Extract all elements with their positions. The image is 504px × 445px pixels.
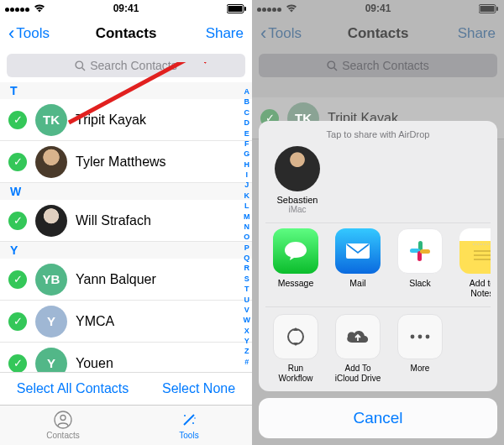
avatar: TK xyxy=(35,104,67,136)
index-letter[interactable]: H xyxy=(244,160,251,170)
contact-row[interactable]: ✓ Y Youen xyxy=(0,343,252,372)
check-icon[interactable]: ✓ xyxy=(8,111,27,129)
svg-point-10 xyxy=(194,417,196,419)
index-letter[interactable]: A xyxy=(244,87,251,97)
airdrop-hint: Tap to share with AirDrop xyxy=(265,129,491,139)
status-bar: 09:41 xyxy=(0,0,252,17)
contact-name: Tripit Kayak xyxy=(76,113,146,128)
index-letter[interactable]: N xyxy=(244,222,251,232)
index-letter[interactable]: Z xyxy=(244,347,251,356)
index-letter[interactable]: Q xyxy=(244,254,251,263)
index-letter[interactable]: K xyxy=(244,191,251,201)
contact-row[interactable]: ✓ Y YMCA xyxy=(0,301,252,343)
select-all-button[interactable]: Select All Contacts xyxy=(17,381,129,396)
contact-row[interactable]: ✓ TK Tripit Kayak xyxy=(0,99,252,141)
share-app-mail[interactable]: Mail xyxy=(333,228,383,298)
message-icon xyxy=(273,228,318,274)
index-letter[interactable]: X xyxy=(244,327,251,336)
nav-bar: ‹ Tools Contacts Share xyxy=(252,17,504,50)
check-icon[interactable]: ✓ xyxy=(8,270,27,289)
index-letter[interactable]: P xyxy=(244,243,251,253)
selection-toolbar: Select All Contacts Select None xyxy=(0,372,252,405)
wand-icon xyxy=(180,411,198,429)
share-app-slack[interactable]: Slack xyxy=(395,228,445,298)
contact-name: Will Strafach xyxy=(76,213,151,228)
page-title: Contacts xyxy=(0,25,252,42)
airdrop-target[interactable]: Sebastien iMac xyxy=(272,146,323,214)
svg-point-28 xyxy=(426,335,430,339)
cancel-button[interactable]: Cancel xyxy=(259,398,497,438)
index-letter[interactable]: C xyxy=(244,108,251,118)
action-more[interactable]: More xyxy=(395,314,445,383)
avatar: Y xyxy=(35,348,67,373)
index-letter[interactable]: B xyxy=(244,97,251,107)
index-letter[interactable]: G xyxy=(244,149,251,159)
index-letter[interactable]: D xyxy=(244,118,251,128)
share-actions-row[interactable]: Run Workflow Add To iCloud Drive More xyxy=(265,306,491,388)
svg-rect-21 xyxy=(420,249,430,254)
svg-point-6 xyxy=(60,416,66,421)
contacts-list[interactable]: T ✓ TK Tripit Kayak ✓ Tyler Matthews W ✓… xyxy=(0,82,252,372)
index-letter[interactable]: L xyxy=(244,202,251,211)
cloud-upload-icon xyxy=(335,314,381,359)
action-label: Run Workflow xyxy=(270,364,321,383)
app-label: Mail xyxy=(333,278,383,288)
check-icon[interactable]: ✓ xyxy=(8,354,27,373)
contacts-screen: 09:41 ‹ Tools Contacts Share Search Cont… xyxy=(0,0,252,445)
search-icon xyxy=(327,60,338,71)
check-icon[interactable]: ✓ xyxy=(8,153,27,171)
index-letter[interactable]: Y xyxy=(244,337,251,346)
tab-contacts[interactable]: Contacts xyxy=(0,406,126,445)
check-icon[interactable]: ✓ xyxy=(8,212,27,230)
index-letter[interactable]: E xyxy=(244,129,251,139)
action-run-workflow[interactable]: Run Workflow xyxy=(270,314,321,383)
index-letter[interactable]: J xyxy=(244,181,251,190)
svg-line-16 xyxy=(334,67,338,71)
status-time: 09:41 xyxy=(0,3,252,14)
index-letter[interactable]: V xyxy=(244,306,251,315)
svg-point-3 xyxy=(76,61,82,68)
svg-point-8 xyxy=(184,415,186,416)
select-none-button[interactable]: Select None xyxy=(162,381,235,396)
index-letter[interactable]: T xyxy=(244,285,251,294)
airdrop-row: Sebastien iMac xyxy=(265,146,491,222)
index-letter[interactable]: S xyxy=(244,275,251,284)
index-letter[interactable]: W xyxy=(244,316,251,325)
index-letter[interactable]: # xyxy=(244,358,251,367)
index-letter[interactable]: I xyxy=(244,170,251,180)
app-label: Add to Notes xyxy=(457,278,491,298)
index-letter[interactable]: M xyxy=(244,212,251,222)
svg-point-27 xyxy=(418,335,423,339)
svg-point-26 xyxy=(411,335,415,339)
share-app-notes[interactable]: Add to Notes xyxy=(457,228,491,298)
share-apps-row[interactable]: Message Mail xyxy=(265,222,491,306)
index-letter[interactable]: F xyxy=(244,139,251,149)
app-label: Message xyxy=(270,278,321,288)
search-input[interactable]: Search Contacts xyxy=(7,54,245,77)
tab-tools[interactable]: Tools xyxy=(126,406,252,445)
check-icon[interactable]: ✓ xyxy=(8,312,27,331)
action-label: More xyxy=(395,364,445,374)
action-icloud-drive[interactable]: Add To iCloud Drive xyxy=(333,314,383,383)
share-app-message[interactable]: Message xyxy=(270,228,321,298)
contact-row[interactable]: ✓ Tyler Matthews xyxy=(0,141,252,183)
share-sheet: Tap to share with AirDrop Sebastien iMac… xyxy=(259,121,497,438)
share-sheet-screen: 09:41 ‹ Tools Contacts Share Search Cont… xyxy=(252,0,504,445)
contact-row[interactable]: ✓ Will Strafach xyxy=(0,200,252,242)
index-bar[interactable]: ABCDEFGHIJKLMNOPQRSTUVWXYZ# xyxy=(244,82,251,372)
contact-name: Tyler Matthews xyxy=(76,154,166,170)
airdrop-name: Sebastien xyxy=(272,195,323,205)
index-letter[interactable]: R xyxy=(244,264,251,273)
section-header: Y xyxy=(0,242,252,259)
tab-label: Tools xyxy=(179,431,198,440)
airdrop-avatar xyxy=(275,146,320,191)
avatar xyxy=(35,205,67,237)
index-letter[interactable]: U xyxy=(244,296,251,305)
index-letter[interactable]: O xyxy=(244,233,251,242)
avatar: YB xyxy=(35,264,67,296)
share-panel: Tap to share with AirDrop Sebastien iMac… xyxy=(259,121,497,391)
mail-icon xyxy=(335,228,381,274)
avatar: Y xyxy=(35,306,67,338)
contact-row[interactable]: ✓ YB Yann Balquer xyxy=(0,259,252,301)
search-placeholder: Search Contacts xyxy=(90,59,177,72)
